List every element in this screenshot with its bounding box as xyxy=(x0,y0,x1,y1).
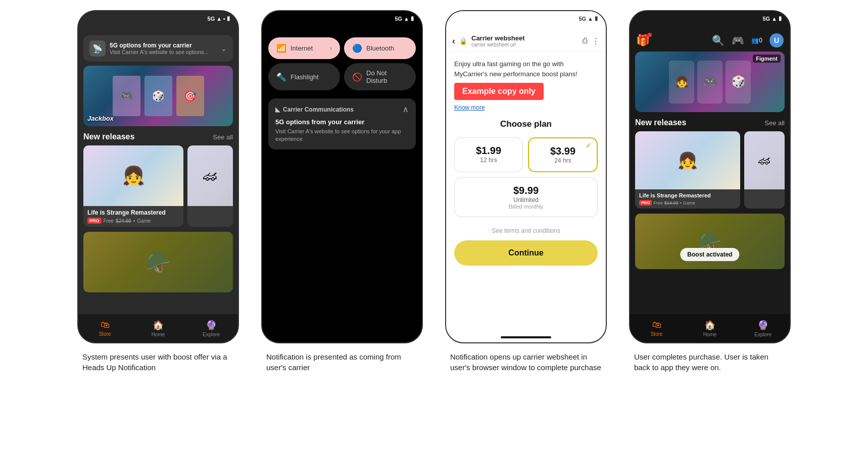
avatar-4[interactable]: U xyxy=(769,33,784,47)
game-card-lis-4[interactable]: 👧 Life is Strange Remastered PRO Free $2… xyxy=(635,131,740,209)
section-title-1: New releases xyxy=(83,132,134,141)
see-all-4[interactable]: See all xyxy=(764,119,785,127)
url-title-3: Carrier websheet xyxy=(471,34,578,42)
share-icon-3[interactable]: ⎙ xyxy=(583,36,588,46)
screenshot-col-2: 5G ▲ ▮ 📶 Internet › 🔵 Bluetooth xyxy=(256,10,428,373)
terms-link-3[interactable]: See terms and conditions xyxy=(454,227,598,234)
carrier-notification-2[interactable]: ◣ Carrier Communications ∧ 5G options fr… xyxy=(268,98,416,149)
signal-icons-1: 5G ▲ ▪ ▮ xyxy=(208,15,230,22)
qs-bluetooth[interactable]: 🔵 Bluetooth xyxy=(344,37,416,59)
plan-duration-12hrs: 12 hrs xyxy=(462,157,515,164)
bluetooth-label: Bluetooth xyxy=(366,44,394,52)
signal-icons-3: 5G ▲ ▮ xyxy=(578,15,598,22)
pro-badge-lis: PRO xyxy=(87,218,102,224)
game-thumb-moto-4: 🏎 xyxy=(744,131,785,189)
figment-label-4: Figment xyxy=(753,55,781,63)
qs-row-2: 🔦 Flashlight 🚫 Do Not Disturb xyxy=(268,63,416,90)
plan-duration-unlimited: Unlimited xyxy=(462,196,590,204)
phone-screen-4: 5G ▲ ▮ 🎁 🔍 🎮 👥0 U xyxy=(629,10,791,343)
game-type-lis: Game xyxy=(137,218,151,224)
section-header-1: New releases See all xyxy=(78,132,238,145)
5g-label-4: 5G xyxy=(762,16,770,22)
see-all-1[interactable]: See all xyxy=(213,133,233,141)
game-thumb-lis-4: 👧 xyxy=(635,131,740,189)
dnd-label: Do Not Disturb xyxy=(366,69,408,84)
hero-banner-4: 👧 🎮 🎲 Figment xyxy=(635,52,785,112)
top-bar-right-4: 🔍 🎮 👥0 U xyxy=(712,33,784,47)
plan-card-unlimited[interactable]: $9.99 Unlimited Billed monthly xyxy=(454,177,598,217)
search-icon-4[interactable]: 🔍 xyxy=(712,34,725,46)
controller-icon-4[interactable]: 🎮 xyxy=(732,34,744,46)
plan-card-1-99[interactable]: $1.99 12 hrs xyxy=(454,137,523,172)
boost-badge-4: Boost activated xyxy=(680,248,739,261)
nav-home-1[interactable]: 🏠 Home xyxy=(131,320,184,337)
art-piece-3: 🎲 xyxy=(726,61,751,104)
caption-3: Notification opens up carrier websheet i… xyxy=(450,351,602,373)
quick-settings-2: 📶 Internet › 🔵 Bluetooth 🔦 Flashlight xyxy=(268,37,416,90)
game-price-lis: $24.99 xyxy=(116,218,131,224)
nav-explore-1[interactable]: 🔮 Explore xyxy=(185,320,238,337)
know-more-link-3[interactable]: Know more xyxy=(454,104,598,111)
bottom-bar-3 xyxy=(501,336,551,338)
nav-explore-4[interactable]: 🔮 Explore xyxy=(737,320,790,337)
explore-icon-1: 🔮 xyxy=(206,320,217,331)
notification-banner-1[interactable]: 📡 5G options from your carrier Visit Car… xyxy=(83,35,233,62)
home-label-1: Home xyxy=(152,332,165,337)
game-info-lis-4: Life is Strange Remastered PRO Free $24.… xyxy=(635,189,740,209)
battery-icon-4: ▮ xyxy=(779,15,782,22)
qs-flashlight[interactable]: 🔦 Flashlight xyxy=(268,63,340,90)
art-piece-1: 👧 xyxy=(669,61,694,104)
phone-screen-3: 5G ▲ ▮ ‹ 🔒 Carrier websheet carrier webs… xyxy=(445,10,607,343)
game-meta-lis-4: PRO Free $24.99 • Game xyxy=(639,200,736,206)
5g-label-3: 5G xyxy=(578,16,586,22)
qs-row-1: 📶 Internet › 🔵 Bluetooth xyxy=(268,37,416,59)
large-card-4[interactable]: 🪖 Boost activated xyxy=(635,214,785,269)
back-button-3[interactable]: ‹ xyxy=(452,36,455,46)
example-banner-3: Example copy only xyxy=(454,83,544,100)
game-card-moto[interactable]: 🏎 xyxy=(187,145,233,227)
plan-price-9-99: $9.99 xyxy=(462,185,590,196)
pro-badge-lis-4: PRO xyxy=(639,200,652,206)
continue-button-3[interactable]: Continue xyxy=(454,240,598,266)
flashlight-label: Flashlight xyxy=(291,73,319,81)
game-thumb-lis: 👧 xyxy=(83,145,183,206)
nav-store-4[interactable]: 🛍 Store xyxy=(630,320,683,337)
battery-icon-3: ▮ xyxy=(595,15,598,22)
notif-text-1: 5G options from your carrier Visit Carri… xyxy=(110,42,217,55)
battery-icon-1: ▮ xyxy=(227,15,230,22)
plan-card-3-99[interactable]: $3.99 24 hrs xyxy=(528,137,598,172)
5g-label-1: 5G xyxy=(208,16,215,22)
qs-internet[interactable]: 📶 Internet › xyxy=(268,37,340,59)
url-info-3: Carrier websheet carrier websheet url xyxy=(471,34,578,47)
carrier-notif-title: 5G options from your carrier xyxy=(275,118,409,126)
soldier-emoji-1: 🪖 xyxy=(146,250,171,274)
game-title-lis: Life is Strange Remastered xyxy=(87,209,179,216)
menu-icon-3[interactable]: ⋮ xyxy=(592,36,600,46)
hero-logo-1: Jackbox xyxy=(87,115,114,122)
screenshot-col-1: 5G ▲ ▪ ▮ 📡 5G options from your carrier … xyxy=(72,10,244,373)
gift-btn-4[interactable]: 🎁 xyxy=(636,34,650,47)
internet-arrow: › xyxy=(330,45,332,52)
explore-label-4: Explore xyxy=(754,332,771,337)
home-label-4: Home xyxy=(703,332,717,337)
signal-icons-2: 5G ▲ ▮ xyxy=(395,15,414,22)
plan-price-3-99: $3.99 xyxy=(536,145,590,157)
game-thumb-moto: 🏎 xyxy=(187,145,233,206)
art-block-3: 🎯 xyxy=(176,76,204,116)
status-bar-4: 5G ▲ ▮ xyxy=(630,11,790,24)
phone-screen-1: 5G ▲ ▪ ▮ 📡 5G options from your carrier … xyxy=(77,10,239,343)
game-meta-lis: PRO Free $24.99 • Game xyxy=(87,218,179,224)
signal-icon-1: ▲ xyxy=(216,16,222,22)
store-icon-4: 🛍 xyxy=(652,320,661,330)
game-card-lis[interactable]: 👧 Life is Strange Remastered PRO Free $2… xyxy=(83,145,183,227)
wifi-icon-1: ▪ xyxy=(223,16,225,22)
free-label-lis-4: Free xyxy=(653,200,663,206)
large-card-1[interactable]: 🪖 xyxy=(83,232,233,292)
qs-dnd[interactable]: 🚫 Do Not Disturb xyxy=(344,63,416,90)
game-card-moto-4[interactable]: 🏎 xyxy=(744,131,785,209)
battery-icon-2: ▮ xyxy=(411,15,414,22)
nav-home-4[interactable]: 🏠 Home xyxy=(683,320,736,337)
bottom-nav-1: 🛍 Store 🏠 Home 🔮 Explore xyxy=(78,314,238,342)
nav-store-1[interactable]: 🛍 Store xyxy=(78,320,131,337)
game-type-lis-4: Game xyxy=(683,200,696,206)
